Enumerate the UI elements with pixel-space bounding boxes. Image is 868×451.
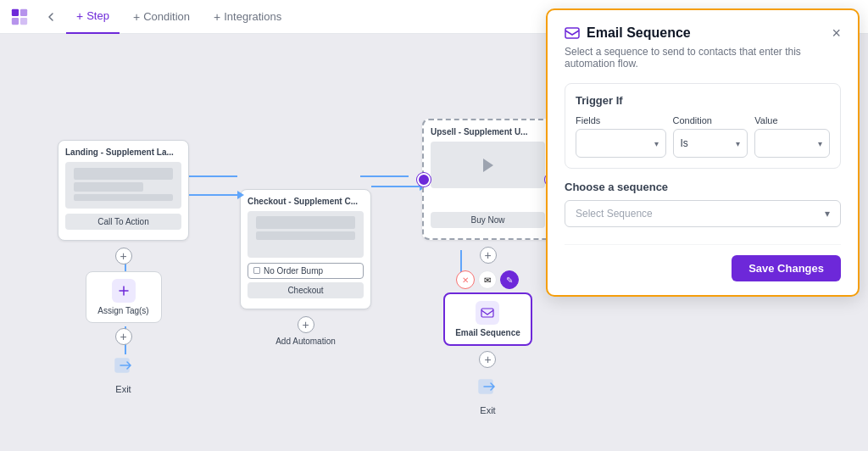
- condition-select[interactable]: Is ▾: [673, 129, 748, 158]
- condition-plus-icon: +: [133, 10, 140, 24]
- checkout-add-btn[interactable]: +: [298, 316, 314, 333]
- value-select[interactable]: ▾: [754, 129, 830, 158]
- email-seq-edit-btn[interactable]: ✎: [500, 270, 519, 289]
- upsell-node[interactable]: Upsell - Supplement U... Buy Now: [422, 119, 554, 240]
- fields-group: Fields ▾: [576, 115, 666, 158]
- email-seq-label: Email Sequence: [455, 328, 520, 337]
- integrations-plus-icon: +: [214, 10, 220, 24]
- condition-group: Condition Is ▾: [673, 115, 748, 158]
- panel-email-icon: [565, 27, 580, 42]
- svg-rect-13: [565, 28, 579, 38]
- exit2-label: Exit: [480, 405, 495, 415]
- assign-tags-node[interactable]: Assign Tag(s): [86, 271, 162, 323]
- upsell-cta: Buy Now: [431, 212, 545, 228]
- email-seq-add-btn[interactable]: +: [479, 351, 496, 368]
- checkout-node[interactable]: Checkout - Supplement C... No Order Bump…: [240, 189, 371, 309]
- assign-tags-label: Assign Tag(s): [97, 306, 148, 315]
- save-changes-button[interactable]: Save Changes: [732, 255, 841, 281]
- upsell-title: Upsell - Supplement U...: [431, 127, 545, 136]
- upsell-left-dot: [417, 173, 431, 187]
- svg-rect-3: [20, 17, 27, 24]
- assign-tags-add-btn[interactable]: +: [115, 328, 132, 345]
- condition-value: Is: [681, 137, 688, 149]
- back-button[interactable]: [39, 5, 63, 29]
- landing-node[interactable]: Landing - Supplement La... Call To Actio…: [58, 140, 189, 241]
- panel-close-button[interactable]: ×: [832, 25, 841, 41]
- exit1-icon: [108, 350, 139, 381]
- landing-thumb: [65, 162, 181, 209]
- email-seq-delete-btn[interactable]: ✕: [456, 270, 475, 289]
- svg-rect-2: [12, 17, 19, 24]
- fields-chevron-icon: ▾: [654, 139, 659, 148]
- email-sequence-panel: Email Sequence × Select a sequence to se…: [546, 8, 860, 297]
- panel-title: Email Sequence: [587, 25, 832, 41]
- email-sequence-node[interactable]: Email Sequence: [443, 292, 532, 346]
- select-sequence-dropdown[interactable]: Select Sequence ▾: [565, 200, 841, 227]
- email-seq-icon: [476, 301, 499, 325]
- landing-cta: Call To Action: [65, 214, 181, 230]
- trigger-label: Trigger If: [576, 94, 830, 107]
- logo: [10, 8, 29, 26]
- checkout-cta: Checkout: [248, 282, 364, 298]
- panel-subtitle: Select a sequence to send to contacts th…: [565, 46, 841, 70]
- add-automation-label: Add Automation: [275, 337, 336, 346]
- select-sequence-placeholder: Select Sequence: [576, 208, 653, 220]
- exit1-node: Exit: [108, 350, 139, 394]
- choose-sequence-section: Choose a sequence Select Sequence ▾: [565, 181, 841, 227]
- condition-chevron-icon: ▾: [736, 139, 740, 148]
- upsell-add-btn[interactable]: +: [480, 247, 497, 264]
- svg-rect-0: [12, 8, 19, 15]
- select-sequence-chevron-icon: ▾: [825, 208, 830, 220]
- value-label: Value: [754, 115, 830, 125]
- email-seq-settings-btn[interactable]: ✉: [478, 270, 497, 289]
- value-chevron-icon: ▾: [818, 139, 822, 148]
- choose-seq-label: Choose a sequence: [565, 181, 841, 193]
- landing-title: Landing - Supplement La...: [65, 148, 181, 157]
- step-plus-icon: +: [76, 9, 83, 23]
- tab-condition[interactable]: + Condition: [123, 0, 200, 34]
- checkout-bump: No Order Bump: [248, 263, 364, 279]
- assign-tags-icon: [112, 279, 136, 303]
- fields-select[interactable]: ▾: [576, 129, 666, 158]
- value-group: Value ▾: [754, 115, 830, 158]
- condition-label: Condition: [673, 115, 748, 125]
- play-icon: [483, 159, 493, 172]
- tab-integrations[interactable]: + Integrations: [203, 0, 292, 34]
- svg-rect-1: [20, 8, 27, 15]
- fields-label: Fields: [576, 115, 666, 125]
- panel-footer: Save Changes: [565, 244, 841, 281]
- landing-add-btn[interactable]: +: [115, 248, 132, 264]
- svg-rect-11: [481, 309, 493, 317]
- exit1-label: Exit: [115, 384, 131, 394]
- upsell-thumb: [431, 142, 545, 188]
- trigger-section: Trigger If Fields ▾ Condition Is ▾ Value: [565, 83, 841, 169]
- checkout-thumb: [248, 211, 364, 258]
- fields-row: Fields ▾ Condition Is ▾ Value ▾: [576, 115, 830, 158]
- email-sequence-node-wrapper: ✕ ✉ ✎ Email Sequence +: [443, 270, 532, 415]
- exit2-icon: [472, 371, 503, 402]
- tab-step[interactable]: + Step: [66, 0, 120, 34]
- checkout-title: Checkout - Supplement C...: [248, 197, 364, 206]
- panel-header: Email Sequence ×: [565, 25, 841, 42]
